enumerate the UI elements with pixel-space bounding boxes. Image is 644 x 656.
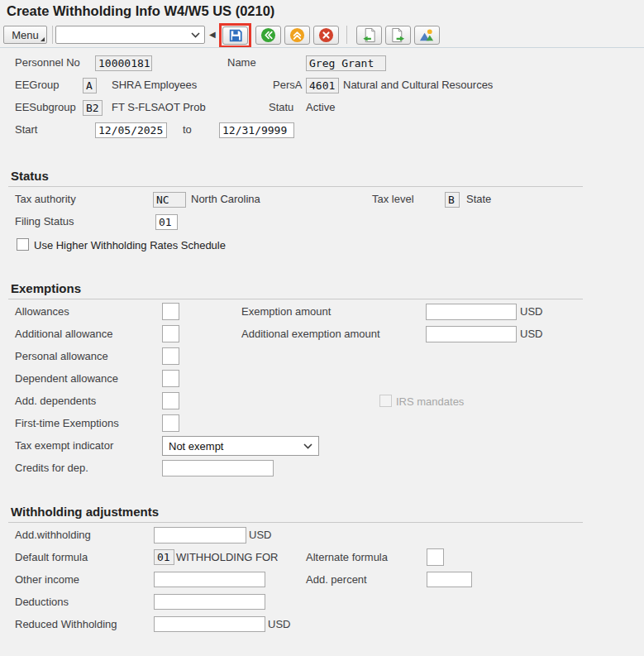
ee-group-text: SHRA Employees bbox=[112, 79, 197, 92]
to-label: to bbox=[183, 123, 192, 136]
name-field: Greg Grant bbox=[306, 55, 386, 71]
deductions-label: Deductions bbox=[15, 596, 69, 609]
deductions-input[interactable] bbox=[154, 594, 265, 610]
add-percent-input[interactable] bbox=[427, 572, 472, 587]
credits-for-dep-input[interactable] bbox=[162, 460, 274, 476]
command-combobox[interactable] bbox=[55, 26, 205, 44]
tax-authority-label: Tax authority bbox=[15, 193, 76, 206]
exemption-amount-label: Exemption amount bbox=[241, 305, 331, 318]
section-divider bbox=[8, 186, 583, 187]
overview-mountains-icon bbox=[419, 27, 435, 43]
personnel-no-label: Personnel No bbox=[15, 56, 80, 69]
sap-withholding-window: Create Withholding Info W4/W5 US (0210) … bbox=[0, 0, 644, 656]
additional-exemption-amount-label: Additional exemption amount bbox=[241, 328, 380, 341]
section-divider bbox=[8, 299, 583, 299]
tax-authority-field: NC bbox=[153, 192, 186, 208]
chevron-down-icon bbox=[303, 443, 312, 449]
first-time-exemptions-input[interactable] bbox=[162, 414, 179, 432]
add-dependents-label: Add. dependents bbox=[15, 395, 96, 408]
additional-allowance-input[interactable] bbox=[162, 325, 179, 342]
use-higher-rates-checkbox[interactable] bbox=[17, 238, 29, 251]
employment-status-label: Statu bbox=[269, 101, 293, 114]
start-label: Start bbox=[15, 123, 37, 136]
add-withholding-currency: USD bbox=[249, 529, 271, 542]
pers-area-label: PersA bbox=[273, 79, 302, 92]
credits-for-dep-label: Credits for dep. bbox=[15, 462, 88, 475]
section-divider bbox=[8, 522, 583, 523]
tax-level-field: B bbox=[445, 192, 460, 208]
save-button-highlight bbox=[219, 23, 251, 48]
add-percent-label: Add. percent bbox=[306, 573, 367, 587]
exit-up-icon bbox=[289, 27, 305, 43]
previous-record-icon bbox=[361, 27, 377, 43]
toolbar-divider bbox=[346, 26, 347, 44]
employment-status-value: Active bbox=[306, 101, 335, 114]
save-button[interactable] bbox=[222, 26, 248, 45]
use-higher-rates-label: Use Higher Withholding Rates Schedule bbox=[34, 239, 226, 252]
personal-allowance-input[interactable] bbox=[162, 347, 179, 365]
filing-status-label: Filing Status bbox=[15, 215, 74, 228]
cancel-button[interactable] bbox=[313, 26, 339, 45]
exemptions-section-title: Exemptions bbox=[11, 281, 81, 295]
tax-level-text: State bbox=[466, 193, 491, 206]
toolbar-collapse-left-triangle-icon[interactable]: ◀ bbox=[209, 30, 216, 40]
pers-area-text: Natural and Cultural Resources bbox=[343, 79, 493, 92]
pers-area-field: 4601 bbox=[306, 78, 339, 93]
ee-group-field: A bbox=[83, 78, 97, 93]
back-icon bbox=[260, 27, 276, 43]
exemption-amount-currency: USD bbox=[520, 305, 542, 318]
additional-exemption-amount-input[interactable] bbox=[426, 326, 517, 342]
end-date-input[interactable] bbox=[219, 122, 294, 138]
tax-exempt-indicator-dropdown[interactable]: Not exempt bbox=[162, 436, 319, 456]
ee-group-label: EEGroup bbox=[15, 79, 59, 92]
irs-mandates-label: IRS mandates bbox=[396, 395, 464, 409]
additional-exemption-amount-currency: USD bbox=[520, 328, 542, 341]
allowances-label: Allowances bbox=[15, 305, 69, 318]
menu-button[interactable]: Menu bbox=[3, 26, 47, 44]
next-record-icon bbox=[390, 27, 406, 43]
other-income-label: Other income bbox=[15, 573, 79, 587]
filing-status-input[interactable] bbox=[155, 214, 178, 230]
add-withholding-input[interactable] bbox=[154, 527, 246, 543]
default-formula-label: Default formula bbox=[15, 551, 88, 564]
overview-button[interactable] bbox=[414, 26, 440, 45]
cancel-icon bbox=[318, 27, 334, 43]
reduced-withholding-input[interactable] bbox=[154, 616, 265, 632]
reduced-withholding-label: Reduced Withholding bbox=[15, 618, 117, 631]
allowances-input[interactable] bbox=[162, 303, 179, 320]
tax-authority-text: North Carolina bbox=[191, 193, 260, 206]
page-title: Create Withholding Info W4/W5 US (0210) bbox=[7, 3, 274, 19]
chevron-down-icon bbox=[191, 32, 200, 38]
back-button[interactable] bbox=[255, 26, 281, 45]
ee-subgroup-field: B2 bbox=[83, 100, 103, 116]
name-label: Name bbox=[227, 56, 256, 69]
tax-level-label: Tax level bbox=[372, 193, 414, 206]
tax-exempt-indicator-label: Tax exempt indicator bbox=[15, 439, 113, 452]
previous-record-button[interactable] bbox=[356, 26, 382, 45]
save-floppy-icon bbox=[228, 28, 243, 43]
ee-subgroup-label: EESubgroup bbox=[15, 101, 76, 114]
personal-allowance-label: Personal allowance bbox=[15, 350, 108, 363]
menu-corner-triangle-icon bbox=[41, 37, 45, 41]
status-section-title: Status bbox=[11, 169, 49, 183]
default-formula-field: 01 bbox=[154, 549, 174, 565]
toolbar-separator-line bbox=[0, 47, 644, 48]
toolbar-divider bbox=[52, 26, 53, 44]
other-income-input[interactable] bbox=[154, 572, 265, 587]
start-date-input[interactable] bbox=[95, 122, 167, 138]
alternate-formula-input[interactable] bbox=[427, 548, 444, 566]
ee-subgroup-text: FT S-FLSAOT Prob bbox=[112, 101, 206, 114]
exemption-amount-input[interactable] bbox=[426, 304, 517, 320]
menu-button-label: Menu bbox=[12, 29, 39, 41]
dependent-allowance-label: Dependent allowance bbox=[15, 372, 118, 385]
personnel-no-field: 10000181 bbox=[95, 55, 152, 71]
alternate-formula-label: Alternate formula bbox=[306, 551, 388, 564]
reduced-withholding-currency: USD bbox=[268, 618, 290, 631]
dependent-allowance-input[interactable] bbox=[162, 370, 179, 387]
exit-button[interactable] bbox=[284, 26, 310, 45]
next-record-button[interactable] bbox=[385, 26, 411, 45]
add-dependents-input[interactable] bbox=[162, 392, 179, 409]
default-formula-text: WITHHOLDING FOR bbox=[176, 551, 279, 564]
irs-mandates-checkbox bbox=[379, 395, 392, 407]
first-time-exemptions-label: First-time Exemptions bbox=[15, 417, 119, 430]
